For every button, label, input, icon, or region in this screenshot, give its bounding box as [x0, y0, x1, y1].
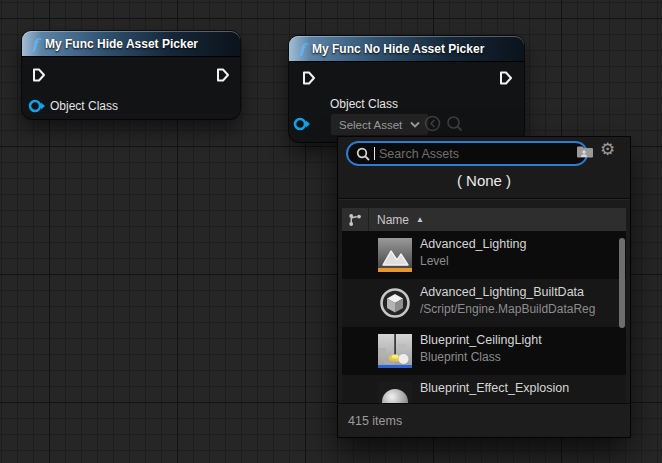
pin-label: Object Class	[330, 97, 398, 111]
asset-type: Blueprint Class	[420, 350, 542, 364]
none-option[interactable]: ( None )	[338, 167, 630, 193]
asset-name: Advanced_Lighting	[420, 237, 526, 251]
asset-name: Blueprint_CeilingLight	[420, 333, 542, 347]
asset-row-advanced-lighting-builtdata[interactable]: Advanced_Lighting_BuiltData /Script/Engi…	[342, 279, 626, 327]
object-class-pin[interactable]	[28, 99, 46, 113]
divider	[338, 198, 630, 200]
asset-type: /Script/Engine.MapBuildDataReg	[420, 302, 595, 316]
builtdata-thumb	[378, 286, 412, 320]
revision-control-icon	[348, 213, 362, 227]
exec-output-pin[interactable]	[215, 67, 231, 83]
sort-ascending-icon: ▲	[416, 215, 424, 224]
text-cursor	[374, 147, 375, 160]
ceilinglight-thumb	[378, 334, 412, 368]
chevron-down-icon	[410, 121, 420, 128]
exec-output-pin[interactable]	[498, 70, 514, 86]
select-asset-label: Select Asset	[339, 119, 402, 131]
level-thumb	[378, 238, 412, 272]
asset-picker-popup: ⚙ ( None ) Name ▲	[338, 137, 630, 437]
asset-row-advanced-lighting[interactable]: Advanced_Lighting Level	[342, 231, 626, 279]
node-my-func-no-hide-asset-picker[interactable]: ƒ My Func No Hide Asset Picker Object Cl…	[289, 36, 524, 142]
browse-search-icon[interactable]	[446, 115, 463, 132]
folder-picker-icon[interactable]	[576, 143, 594, 161]
node-title: My Func Hide Asset Picker	[45, 37, 198, 51]
function-icon: ƒ	[299, 42, 305, 56]
name-column-header[interactable]: Name ▲	[369, 213, 424, 227]
scrollbar-thumb[interactable]	[619, 238, 625, 328]
asset-list[interactable]: Advanced_Lighting Level Advanced_Lightin…	[342, 231, 626, 403]
blueprint-graph-canvas[interactable]: { "nodes": [ { "title": "My Func Hide As…	[0, 0, 662, 463]
revision-control-column[interactable]	[342, 208, 369, 231]
select-asset-dropdown[interactable]: Select Asset	[330, 113, 429, 136]
search-assets-input[interactable]	[379, 147, 539, 161]
node-header[interactable]: ƒ My Func No Hide Asset Picker	[289, 36, 524, 62]
asset-name: Advanced_Lighting_BuiltData	[420, 285, 595, 299]
item-count-footer: 415 items	[338, 403, 630, 437]
asset-search-box[interactable]	[346, 141, 588, 166]
pin-label: Object Class	[50, 99, 118, 113]
asset-row-blueprint-ceilinglight[interactable]: Blueprint_CeilingLight Blueprint Class	[342, 327, 626, 375]
explosion-thumb	[378, 382, 412, 403]
exec-input-pin[interactable]	[301, 70, 317, 86]
use-selected-icon[interactable]	[424, 115, 441, 132]
exec-input-pin[interactable]	[31, 67, 47, 83]
function-icon: ƒ	[32, 37, 38, 51]
asset-row-blueprint-effect-explosion[interactable]: Blueprint_Effect_Explosion	[342, 375, 626, 403]
node-title: My Func No Hide Asset Picker	[312, 42, 484, 56]
search-icon	[356, 147, 370, 161]
node-my-func-hide-asset-picker[interactable]: ƒ My Func Hide Asset Picker Object Class	[22, 31, 240, 119]
list-scrollbar[interactable]	[619, 233, 625, 401]
view-settings-gear-icon[interactable]: ⚙	[600, 141, 618, 159]
asset-name: Blueprint_Effect_Explosion	[420, 381, 569, 395]
node-header[interactable]: ƒ My Func Hide Asset Picker	[22, 31, 240, 57]
asset-list-header: Name ▲	[342, 208, 626, 231]
asset-type: Level	[420, 254, 526, 268]
object-class-pin[interactable]	[293, 117, 311, 131]
